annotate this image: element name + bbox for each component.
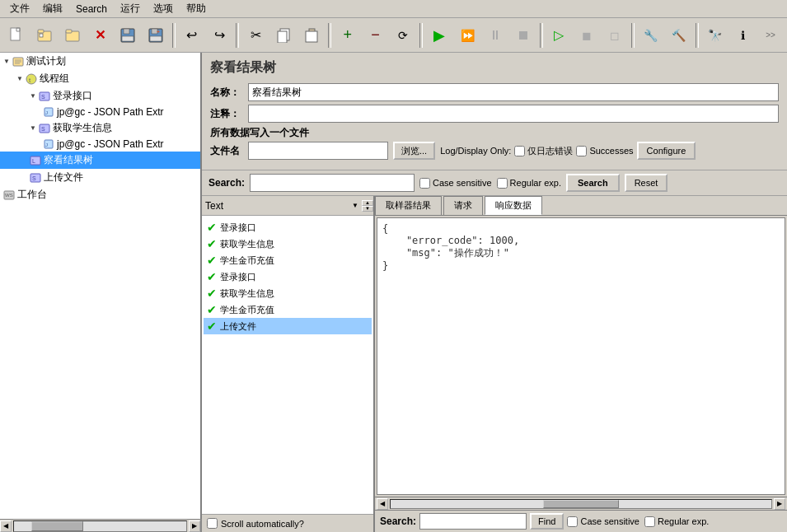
reset-button[interactable]: Reset (625, 174, 668, 192)
run-button[interactable]: ▶ (426, 22, 452, 49)
scroll-down-icon[interactable]: ▼ (362, 206, 373, 212)
info-button[interactable]: ℹ (729, 22, 756, 49)
new-button[interactable] (3, 22, 30, 49)
menu-options[interactable]: 选项 (147, 0, 180, 17)
panel-title: 察看结果树 (210, 59, 779, 77)
remove-button[interactable]: − (363, 22, 389, 49)
scroll-up-icon[interactable]: ▲ (362, 200, 373, 206)
h-scroll-track[interactable] (13, 520, 187, 532)
text-list-header: Text ▼ ▲ ▼ (202, 196, 373, 216)
scroll-auto-checkbox[interactable] (207, 518, 218, 529)
case-sensitive-label[interactable]: Case sensitive (419, 178, 492, 189)
log-errors-label[interactable]: 仅日志错误 (514, 145, 573, 157)
scrollbar-track[interactable] (390, 499, 772, 509)
browse-button[interactable]: 浏览... (393, 142, 435, 160)
remote-stop-button[interactable]: ◼ (574, 22, 600, 49)
redo-button[interactable]: ↪ (207, 22, 233, 49)
list-item-2[interactable]: ✔ 学生金币充值 (204, 252, 372, 268)
filename-input[interactable] (248, 142, 388, 160)
tree-node-student-json[interactable]: J jp@gc - JSON Path Extr (0, 137, 200, 152)
scroll-right-arrow[interactable]: ▶ (189, 520, 200, 532)
stop-button[interactable]: ⏸ (482, 22, 508, 49)
find-button[interactable]: Find (530, 513, 564, 530)
list-item-3[interactable]: ✔ 登录接口 (204, 268, 372, 285)
toolbar: ✕ + ↩ ↪ ✂ + − ⟳ ▶ ⏩ ⏸ ⏹ ▷ ◼ ◻ 🔧 🔨 🔭 ℹ >> (0, 18, 787, 53)
text-dropdown[interactable]: Text ▼ (202, 197, 362, 215)
save-as-button[interactable]: + (143, 22, 169, 49)
text-list-items: ✔ 登录接口 ✔ 获取学生信息 ✔ 学生金币充值 ✔ 登录接口 (202, 216, 373, 514)
more-button[interactable]: >> (757, 22, 784, 49)
left-scrollbar: ◀ ▶ (0, 519, 200, 532)
bottom-search-label: Search: (380, 516, 416, 527)
stop-all-button[interactable]: ⏹ (510, 22, 536, 49)
tree-node-login-api[interactable]: S 登录接口 (0, 87, 200, 105)
list-item-label-0: 登录接口 (220, 222, 256, 234)
successes-checkbox[interactable] (576, 146, 587, 156)
list-item-4[interactable]: ✔ 获取学生信息 (204, 285, 372, 301)
scroll-left-arrow[interactable]: ◀ (0, 520, 12, 532)
menu-file[interactable]: 文件 (3, 0, 36, 17)
tree-node-thread-group[interactable]: t 线程组 (0, 70, 200, 87)
name-input[interactable] (248, 83, 779, 101)
tabs-bar: 取样器结果 请求 响应数据 (375, 196, 787, 216)
svg-rect-13 (150, 36, 162, 41)
open-button[interactable] (59, 22, 86, 49)
configure-button[interactable]: Configure (637, 142, 696, 160)
bottom-case-checkbox[interactable] (567, 516, 578, 527)
regular-exp-label[interactable]: Regular exp. (497, 178, 561, 189)
clear-button[interactable]: ⟳ (391, 22, 417, 49)
menu-search[interactable]: Search (69, 2, 114, 16)
toolbar-sep-3 (328, 23, 331, 48)
paste-button[interactable] (298, 22, 325, 49)
file-row: 文件名 浏览... Log/Display Only: 仅日志错误 Succes… (210, 142, 779, 160)
function2-button[interactable]: 🔨 (666, 22, 692, 49)
tree-node-login-json[interactable]: J jp@gc - JSON Path Extr (0, 105, 200, 119)
regular-exp-checkbox[interactable] (497, 178, 508, 189)
menu-help[interactable]: 帮助 (180, 0, 213, 17)
search-input[interactable] (250, 174, 415, 192)
list-item-5[interactable]: ✔ 学生金币充值 (204, 301, 372, 318)
file-label: 文件名 (210, 144, 243, 158)
tab-sampler[interactable]: 取样器结果 (375, 196, 442, 215)
log-errors-checkbox[interactable] (514, 146, 525, 156)
list-item-0[interactable]: ✔ 登录接口 (204, 219, 372, 236)
scroll-right-arrow-data[interactable]: ▶ (774, 498, 785, 510)
svg-rect-7 (66, 30, 72, 33)
list-item-label-5: 学生金币充值 (220, 304, 274, 316)
comment-input[interactable] (248, 105, 779, 123)
search-bar: Search: Case sensitive Regular exp. Sear… (202, 170, 787, 196)
remote-run-button[interactable]: ▷ (546, 22, 573, 49)
open-template-button[interactable] (31, 22, 58, 49)
search-button[interactable]: Search (566, 174, 620, 192)
tree-node-upload-file[interactable]: S 上传文件 (0, 169, 200, 186)
menu-run[interactable]: 运行 (114, 0, 147, 17)
case-sensitive-checkbox[interactable] (419, 178, 430, 189)
menu-edit[interactable]: 编辑 (36, 0, 69, 17)
tab-response[interactable]: 响应数据 (485, 196, 542, 215)
comment-row: 注释： (210, 105, 779, 123)
list-item-6[interactable]: ✔ 上传文件 (204, 318, 372, 334)
copy-button[interactable] (270, 22, 297, 49)
search-results-button[interactable]: 🔭 (702, 22, 728, 49)
cut-button[interactable]: ✂ (242, 22, 269, 49)
run-no-pause-button[interactable]: ⏩ (454, 22, 480, 49)
bottom-case-sensitive[interactable]: Case sensitive (567, 516, 639, 527)
close-button[interactable]: ✕ (87, 22, 113, 49)
tab-request[interactable]: 请求 (443, 196, 483, 215)
undo-button[interactable]: ↩ (179, 22, 205, 49)
bottom-regular-exp[interactable]: Regular exp. (644, 516, 709, 527)
tree-node-view-results[interactable]: L 察看结果树 (0, 152, 200, 169)
scroll-auto-row: Scroll automatically? (202, 514, 373, 532)
function-button[interactable]: 🔧 (638, 22, 664, 49)
tree-node-get-student[interactable]: S 获取学生信息 (0, 119, 200, 137)
tree-node-test-plan[interactable]: 测试计划 (0, 53, 200, 70)
bottom-search-input[interactable] (419, 513, 527, 530)
scroll-left-arrow-data[interactable]: ◀ (377, 498, 388, 510)
bottom-regexp-checkbox[interactable] (644, 516, 655, 527)
save-button[interactable] (115, 22, 141, 49)
successes-label[interactable]: Successes (576, 146, 633, 156)
tree-node-workspace[interactable]: WS 工作台 (0, 186, 200, 203)
add-button[interactable]: + (335, 22, 361, 49)
list-item-1[interactable]: ✔ 获取学生信息 (204, 236, 372, 252)
remote-stop-all-button[interactable]: ◻ (602, 22, 628, 49)
